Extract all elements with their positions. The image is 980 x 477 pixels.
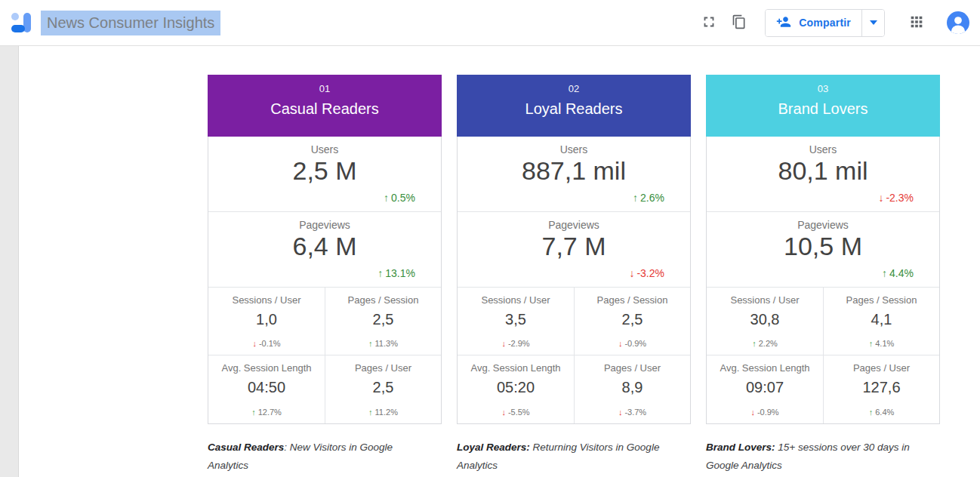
metric-label: Sessions / User	[208, 288, 325, 306]
metric-label: Sessions / User	[707, 288, 823, 306]
card-header: 01 Casual Readers	[208, 75, 442, 137]
metric-delta: 6.4%	[824, 408, 939, 417]
metric-users: Users 2,5 M 0.5%	[208, 137, 441, 212]
card-number: 01	[208, 75, 442, 94]
trend-arrow-icon	[752, 339, 757, 348]
metric-delta: -3.7%	[575, 408, 690, 417]
share-split-button: Compartir	[765, 9, 885, 37]
metric-value: 05:20	[458, 379, 574, 396]
metric-row: Sessions / User 30,8 2.2% Pages / Sessio…	[707, 288, 939, 355]
metric-avg-session-length: Avg. Session Length 05:20 -5.5%	[458, 355, 574, 423]
metric-value: 2,5	[325, 379, 441, 396]
footnote-term: Loyal Readers:	[457, 442, 530, 453]
metric-label: Users	[458, 137, 690, 155]
card-metrics: Users 80,1 mil -2.3% Pageviews 10,5 M 4.…	[706, 137, 940, 424]
metric-delta: 12.7%	[208, 408, 325, 417]
metric-value: 7,7 M	[458, 232, 690, 261]
metric-label: Pages / Session	[575, 288, 690, 306]
top-bar: News Consumer Insights Compartir	[0, 0, 980, 46]
trend-arrow-icon	[629, 267, 634, 279]
metric-delta: 4.1%	[824, 339, 939, 348]
canvas-left-margin	[0, 46, 19, 477]
metric-row: Avg. Session Length 09:07 -0.9% Pages / …	[707, 355, 939, 423]
trend-arrow-icon	[882, 267, 887, 279]
trend-arrow-icon	[378, 267, 383, 279]
metric-value: 6,4 M	[208, 232, 441, 261]
report-title[interactable]: News Consumer Insights	[41, 11, 220, 35]
fullscreen-icon	[701, 14, 717, 32]
share-dropdown-button[interactable]	[861, 10, 884, 36]
apps-grid-icon	[908, 14, 925, 32]
metric-value: 30,8	[707, 311, 823, 328]
metric-delta: -5.5%	[458, 408, 574, 417]
metric-sessions-per-user: Sessions / User 30,8 2.2%	[707, 288, 823, 355]
trend-arrow-icon	[368, 339, 373, 348]
metric-label: Pages / User	[575, 355, 690, 374]
card-metrics: Users 2,5 M 0.5% Pageviews 6,4 M 13.1% S…	[208, 137, 442, 424]
metric-delta: -0.9%	[707, 408, 823, 417]
apps-grid-button[interactable]	[901, 8, 932, 38]
metric-users: Users 887,1 mil 2.6%	[458, 137, 690, 212]
person-add-icon	[776, 14, 791, 32]
trend-arrow-icon	[368, 408, 373, 417]
trend-arrow-icon	[869, 339, 874, 348]
metric-delta: -2.3%	[878, 192, 914, 204]
trend-arrow-icon	[878, 192, 883, 204]
trend-arrow-icon	[252, 339, 257, 348]
metric-label: Pages / Session	[325, 288, 441, 306]
metric-value: 04:50	[208, 379, 325, 396]
metric-pageviews: Pageviews 6,4 M 13.1%	[208, 212, 441, 288]
metric-label: Avg. Session Length	[208, 355, 325, 374]
card-number: 02	[457, 75, 691, 94]
card-title: Loyal Readers	[457, 100, 691, 118]
metric-pages-per-session: Pages / Session 2,5 -0.9%	[574, 288, 690, 355]
metric-value: 8,9	[575, 379, 690, 396]
footnote-term: Casual Readers	[208, 442, 284, 453]
metric-delta: 4.4%	[882, 267, 914, 279]
trend-arrow-icon	[750, 408, 755, 417]
metric-value: 4,1	[824, 311, 939, 328]
trend-arrow-icon	[618, 408, 623, 417]
metric-delta: 2.6%	[633, 192, 664, 204]
metric-label: Avg. Session Length	[707, 355, 823, 374]
share-button-label: Compartir	[799, 17, 851, 29]
scorecard-casual-readers: 01 Casual Readers Users 2,5 M 0.5% Pagev…	[208, 75, 442, 424]
trend-arrow-icon	[251, 408, 256, 417]
trend-arrow-icon	[501, 408, 506, 417]
scorecard-loyal-readers: 02 Loyal Readers Users 887,1 mil 2.6% Pa…	[457, 75, 691, 424]
caret-down-icon	[870, 20, 877, 25]
footnote-casual-readers: Casual Readers: New Visitors in Google A…	[208, 439, 428, 475]
metric-label: Avg. Session Length	[458, 355, 574, 374]
card-header: 02 Loyal Readers	[457, 75, 691, 137]
footnote-brand-lovers: Brand Lovers: 15+ sessions over 30 days …	[706, 439, 926, 475]
metric-pages-per-user: Pages / User 8,9 -3.7%	[574, 355, 690, 423]
metric-delta: -3.2%	[629, 267, 664, 279]
metric-delta: -0.9%	[575, 339, 690, 348]
metric-label: Pageviews	[458, 212, 690, 231]
metric-value: 2,5	[575, 311, 690, 328]
share-button[interactable]: Compartir	[766, 10, 861, 36]
copy-pages-button[interactable]	[724, 8, 754, 38]
trend-arrow-icon	[869, 408, 874, 417]
card-header: 03 Brand Lovers	[706, 75, 940, 137]
metric-label: Pages / User	[824, 355, 939, 374]
metric-pages-per-user: Pages / User 2,5 11.2%	[325, 355, 441, 423]
metric-row: Sessions / User 1,0 -0.1% Pages / Sessio…	[208, 288, 441, 355]
metric-row: Sessions / User 3,5 -2.9% Pages / Sessio…	[458, 288, 690, 355]
toolbar-actions: Compartir	[694, 8, 969, 38]
metric-sessions-per-user: Sessions / User 3,5 -2.9%	[458, 288, 574, 355]
user-avatar[interactable]	[947, 11, 969, 34]
trend-arrow-icon	[501, 339, 506, 348]
metric-value: 80,1 mil	[707, 156, 939, 186]
metric-label: Users	[208, 137, 441, 155]
metric-value: 10,5 M	[707, 232, 939, 261]
fullscreen-button[interactable]	[694, 8, 724, 38]
metric-value: 09:07	[707, 379, 823, 396]
metric-delta: 0.5%	[384, 192, 415, 204]
metric-delta: -2.9%	[458, 339, 574, 348]
card-number: 03	[706, 75, 940, 94]
metric-label: Pages / User	[325, 355, 441, 374]
metric-label: Users	[707, 137, 939, 155]
metric-pages-per-user: Pages / User 127,6 6.4%	[823, 355, 939, 423]
metric-pages-per-session: Pages / Session 4,1 4.1%	[823, 288, 939, 355]
